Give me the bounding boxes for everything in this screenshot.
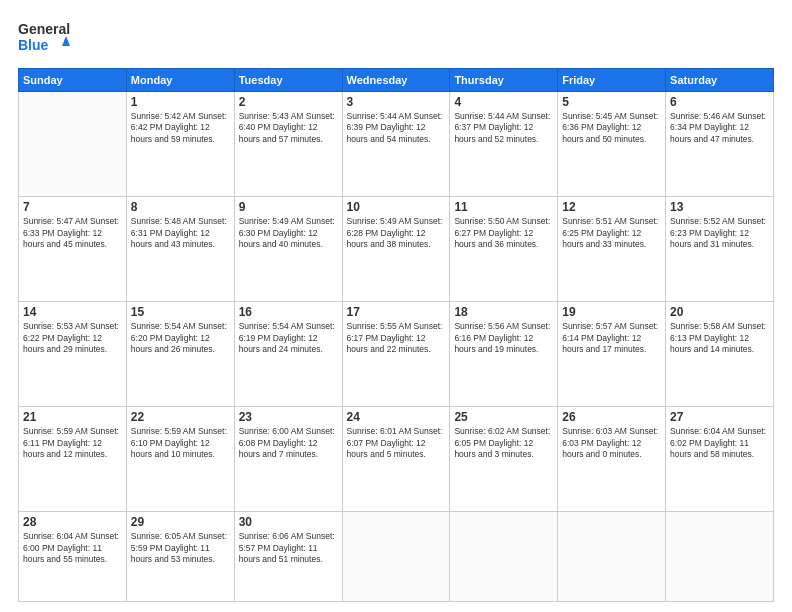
calendar-table: SundayMondayTuesdayWednesdayThursdayFrid… xyxy=(18,68,774,602)
cell-info: Sunrise: 5:48 AM Sunset: 6:31 PM Dayligh… xyxy=(131,216,230,250)
day-number: 2 xyxy=(239,95,338,109)
cell-info: Sunrise: 6:00 AM Sunset: 6:08 PM Dayligh… xyxy=(239,426,338,460)
calendar-cell: 28Sunrise: 6:04 AM Sunset: 6:00 PM Dayli… xyxy=(19,512,127,602)
cell-info: Sunrise: 5:44 AM Sunset: 6:39 PM Dayligh… xyxy=(347,111,446,145)
calendar-cell: 29Sunrise: 6:05 AM Sunset: 5:59 PM Dayli… xyxy=(126,512,234,602)
cell-info: Sunrise: 5:52 AM Sunset: 6:23 PM Dayligh… xyxy=(670,216,769,250)
weekday-friday: Friday xyxy=(558,69,666,92)
day-number: 21 xyxy=(23,410,122,424)
day-number: 5 xyxy=(562,95,661,109)
calendar-cell: 17Sunrise: 5:55 AM Sunset: 6:17 PM Dayli… xyxy=(342,302,450,407)
cell-info: Sunrise: 5:45 AM Sunset: 6:36 PM Dayligh… xyxy=(562,111,661,145)
cell-info: Sunrise: 6:02 AM Sunset: 6:05 PM Dayligh… xyxy=(454,426,553,460)
calendar-cell: 4Sunrise: 5:44 AM Sunset: 6:37 PM Daylig… xyxy=(450,92,558,197)
cell-info: Sunrise: 6:05 AM Sunset: 5:59 PM Dayligh… xyxy=(131,531,230,565)
calendar-cell: 5Sunrise: 5:45 AM Sunset: 6:36 PM Daylig… xyxy=(558,92,666,197)
day-number: 13 xyxy=(670,200,769,214)
calendar-cell: 23Sunrise: 6:00 AM Sunset: 6:08 PM Dayli… xyxy=(234,407,342,512)
calendar-cell: 25Sunrise: 6:02 AM Sunset: 6:05 PM Dayli… xyxy=(450,407,558,512)
week-row-1: 7Sunrise: 5:47 AM Sunset: 6:33 PM Daylig… xyxy=(19,197,774,302)
calendar-cell xyxy=(666,512,774,602)
day-number: 16 xyxy=(239,305,338,319)
cell-info: Sunrise: 5:54 AM Sunset: 6:20 PM Dayligh… xyxy=(131,321,230,355)
day-number: 22 xyxy=(131,410,230,424)
day-number: 29 xyxy=(131,515,230,529)
day-number: 18 xyxy=(454,305,553,319)
day-number: 14 xyxy=(23,305,122,319)
page: GeneralBlue SundayMondayTuesdayWednesday… xyxy=(0,0,792,612)
cell-info: Sunrise: 5:49 AM Sunset: 6:28 PM Dayligh… xyxy=(347,216,446,250)
logo: GeneralBlue xyxy=(18,18,78,58)
calendar-cell xyxy=(342,512,450,602)
cell-info: Sunrise: 5:53 AM Sunset: 6:22 PM Dayligh… xyxy=(23,321,122,355)
day-number: 30 xyxy=(239,515,338,529)
cell-info: Sunrise: 5:54 AM Sunset: 6:19 PM Dayligh… xyxy=(239,321,338,355)
calendar-cell: 13Sunrise: 5:52 AM Sunset: 6:23 PM Dayli… xyxy=(666,197,774,302)
calendar-cell xyxy=(450,512,558,602)
calendar-cell: 21Sunrise: 5:59 AM Sunset: 6:11 PM Dayli… xyxy=(19,407,127,512)
calendar-cell: 22Sunrise: 5:59 AM Sunset: 6:10 PM Dayli… xyxy=(126,407,234,512)
svg-text:General: General xyxy=(18,21,70,37)
day-number: 1 xyxy=(131,95,230,109)
calendar-cell: 14Sunrise: 5:53 AM Sunset: 6:22 PM Dayli… xyxy=(19,302,127,407)
calendar-cell: 9Sunrise: 5:49 AM Sunset: 6:30 PM Daylig… xyxy=(234,197,342,302)
cell-info: Sunrise: 5:57 AM Sunset: 6:14 PM Dayligh… xyxy=(562,321,661,355)
calendar-cell: 24Sunrise: 6:01 AM Sunset: 6:07 PM Dayli… xyxy=(342,407,450,512)
day-number: 24 xyxy=(347,410,446,424)
cell-info: Sunrise: 5:46 AM Sunset: 6:34 PM Dayligh… xyxy=(670,111,769,145)
day-number: 4 xyxy=(454,95,553,109)
calendar-cell: 26Sunrise: 6:03 AM Sunset: 6:03 PM Dayli… xyxy=(558,407,666,512)
calendar-cell: 12Sunrise: 5:51 AM Sunset: 6:25 PM Dayli… xyxy=(558,197,666,302)
weekday-sunday: Sunday xyxy=(19,69,127,92)
cell-info: Sunrise: 5:43 AM Sunset: 6:40 PM Dayligh… xyxy=(239,111,338,145)
svg-marker-2 xyxy=(62,36,70,46)
cell-info: Sunrise: 5:51 AM Sunset: 6:25 PM Dayligh… xyxy=(562,216,661,250)
calendar-cell: 15Sunrise: 5:54 AM Sunset: 6:20 PM Dayli… xyxy=(126,302,234,407)
cell-info: Sunrise: 6:03 AM Sunset: 6:03 PM Dayligh… xyxy=(562,426,661,460)
weekday-thursday: Thursday xyxy=(450,69,558,92)
day-number: 20 xyxy=(670,305,769,319)
calendar-cell: 19Sunrise: 5:57 AM Sunset: 6:14 PM Dayli… xyxy=(558,302,666,407)
cell-info: Sunrise: 5:47 AM Sunset: 6:33 PM Dayligh… xyxy=(23,216,122,250)
weekday-header-row: SundayMondayTuesdayWednesdayThursdayFrid… xyxy=(19,69,774,92)
svg-text:Blue: Blue xyxy=(18,37,49,53)
header: GeneralBlue xyxy=(18,18,774,58)
day-number: 6 xyxy=(670,95,769,109)
day-number: 17 xyxy=(347,305,446,319)
day-number: 8 xyxy=(131,200,230,214)
cell-info: Sunrise: 6:04 AM Sunset: 6:02 PM Dayligh… xyxy=(670,426,769,460)
day-number: 26 xyxy=(562,410,661,424)
day-number: 9 xyxy=(239,200,338,214)
calendar-cell: 6Sunrise: 5:46 AM Sunset: 6:34 PM Daylig… xyxy=(666,92,774,197)
day-number: 12 xyxy=(562,200,661,214)
cell-info: Sunrise: 5:55 AM Sunset: 6:17 PM Dayligh… xyxy=(347,321,446,355)
day-number: 28 xyxy=(23,515,122,529)
day-number: 15 xyxy=(131,305,230,319)
cell-info: Sunrise: 5:56 AM Sunset: 6:16 PM Dayligh… xyxy=(454,321,553,355)
week-row-3: 21Sunrise: 5:59 AM Sunset: 6:11 PM Dayli… xyxy=(19,407,774,512)
calendar-cell: 2Sunrise: 5:43 AM Sunset: 6:40 PM Daylig… xyxy=(234,92,342,197)
calendar-cell: 30Sunrise: 6:06 AM Sunset: 5:57 PM Dayli… xyxy=(234,512,342,602)
cell-info: Sunrise: 5:59 AM Sunset: 6:11 PM Dayligh… xyxy=(23,426,122,460)
cell-info: Sunrise: 6:06 AM Sunset: 5:57 PM Dayligh… xyxy=(239,531,338,565)
cell-info: Sunrise: 5:50 AM Sunset: 6:27 PM Dayligh… xyxy=(454,216,553,250)
cell-info: Sunrise: 5:44 AM Sunset: 6:37 PM Dayligh… xyxy=(454,111,553,145)
cell-info: Sunrise: 5:59 AM Sunset: 6:10 PM Dayligh… xyxy=(131,426,230,460)
cell-info: Sunrise: 5:58 AM Sunset: 6:13 PM Dayligh… xyxy=(670,321,769,355)
calendar-cell: 18Sunrise: 5:56 AM Sunset: 6:16 PM Dayli… xyxy=(450,302,558,407)
weekday-wednesday: Wednesday xyxy=(342,69,450,92)
day-number: 11 xyxy=(454,200,553,214)
week-row-4: 28Sunrise: 6:04 AM Sunset: 6:00 PM Dayli… xyxy=(19,512,774,602)
calendar-cell: 27Sunrise: 6:04 AM Sunset: 6:02 PM Dayli… xyxy=(666,407,774,512)
day-number: 3 xyxy=(347,95,446,109)
calendar-cell: 1Sunrise: 5:42 AM Sunset: 6:42 PM Daylig… xyxy=(126,92,234,197)
day-number: 23 xyxy=(239,410,338,424)
cell-info: Sunrise: 5:42 AM Sunset: 6:42 PM Dayligh… xyxy=(131,111,230,145)
calendar-cell: 11Sunrise: 5:50 AM Sunset: 6:27 PM Dayli… xyxy=(450,197,558,302)
calendar-cell: 8Sunrise: 5:48 AM Sunset: 6:31 PM Daylig… xyxy=(126,197,234,302)
calendar-cell: 20Sunrise: 5:58 AM Sunset: 6:13 PM Dayli… xyxy=(666,302,774,407)
calendar-cell xyxy=(19,92,127,197)
week-row-0: 1Sunrise: 5:42 AM Sunset: 6:42 PM Daylig… xyxy=(19,92,774,197)
weekday-tuesday: Tuesday xyxy=(234,69,342,92)
calendar-cell: 3Sunrise: 5:44 AM Sunset: 6:39 PM Daylig… xyxy=(342,92,450,197)
